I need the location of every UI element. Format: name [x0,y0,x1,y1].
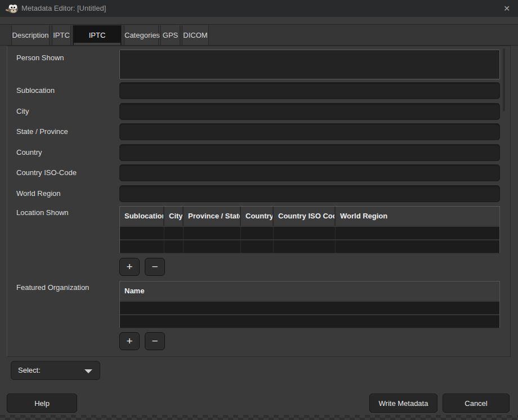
state-province-label: State / Province [16,123,68,140]
city-input[interactable] [119,103,500,120]
column-header-city[interactable]: City [164,207,184,226]
write-metadata-button[interactable]: Write Metadata [369,394,437,413]
sublocation-label: Sublocation [16,82,55,99]
location-cell[interactable] [241,227,274,239]
select-dropdown-label: Select: [18,361,41,379]
tab-iptc[interactable]: IPTC [52,25,71,45]
tab-categories[interactable]: Categories [124,25,159,45]
organization-cell[interactable] [120,302,499,314]
window-resize-grip[interactable] [0,415,518,420]
organization-row[interactable] [120,314,499,328]
help-button[interactable]: Help [7,394,77,413]
metadata-editor-window: Metadata Editor: [Untitled] ✕ Descriptio… [0,0,518,420]
tab-strip: Description IPTC IPTC Extension Categori… [0,24,518,46]
column-header-sublocation[interactable]: Sublocation [120,207,164,226]
chevron-down-icon [84,369,92,373]
tab-gps[interactable]: GPS [160,25,180,45]
location-cell[interactable] [336,227,499,239]
location-cell[interactable] [164,240,184,253]
location-cell[interactable] [274,227,336,239]
organization-row[interactable] [120,301,499,314]
world-region-input[interactable] [119,185,500,202]
world-region-label: World Region [16,185,61,202]
location-row[interactable] [120,239,499,253]
column-header-province-state[interactable]: Province / State [184,207,241,226]
location-cell[interactable] [336,240,499,253]
tab-description[interactable]: Description [11,25,50,45]
location-cell[interactable] [241,240,274,253]
location-shown-label: Location Shown [16,208,69,217]
country-iso-code-label: Country ISO-Code [16,164,77,181]
featured-organization-table: Name [119,281,500,328]
gimp-wilber-icon [5,3,19,14]
location-row[interactable] [120,226,499,239]
column-header-name[interactable]: Name [120,282,499,301]
person-shown-input[interactable] [119,50,500,79]
organization-cell[interactable] [120,315,499,328]
location-cell[interactable] [274,240,336,253]
state-province-input[interactable] [119,123,500,140]
title-bar: Metadata Editor: [Untitled] ✕ [0,0,518,17]
country-input[interactable] [119,144,500,161]
column-header-world-region[interactable]: World Region [336,207,499,226]
tab-dicom[interactable]: DICOM [182,25,209,45]
vertical-scrollbar-thumb[interactable] [503,48,505,111]
tab-iptc-extension[interactable]: IPTC Extension [73,25,122,45]
location-shown-header: Sublocation City Province / State Countr… [120,207,499,226]
window-title: Metadata Editor: [Untitled] [21,0,106,17]
location-cell[interactable] [120,240,164,253]
sublocation-input[interactable] [119,82,500,99]
city-label: City [16,103,29,120]
remove-organization-button[interactable]: − [145,332,165,350]
add-location-button[interactable]: + [119,258,140,276]
iptc-extension-panel: Person Shown Sublocation City State / Pr… [7,46,511,357]
country-label: Country [16,144,42,161]
featured-organization-header: Name [120,282,499,301]
featured-organization-label: Featured Organization [16,283,89,292]
person-shown-label: Person Shown [16,53,64,62]
location-cell[interactable] [184,227,241,239]
close-icon[interactable]: ✕ [498,0,516,17]
column-header-country-iso-code[interactable]: Country ISO Code [274,207,336,226]
location-cell[interactable] [164,227,184,239]
cancel-button[interactable]: Cancel [443,394,510,413]
select-dropdown[interactable]: Select: [11,361,100,380]
location-cell[interactable] [120,227,164,239]
remove-location-button[interactable]: − [145,258,165,276]
column-header-country[interactable]: Country [241,207,274,226]
location-cell[interactable] [184,240,241,253]
location-shown-table: Sublocation City Province / State Countr… [119,206,500,253]
country-iso-code-input[interactable] [119,164,500,181]
add-organization-button[interactable]: + [119,332,140,350]
